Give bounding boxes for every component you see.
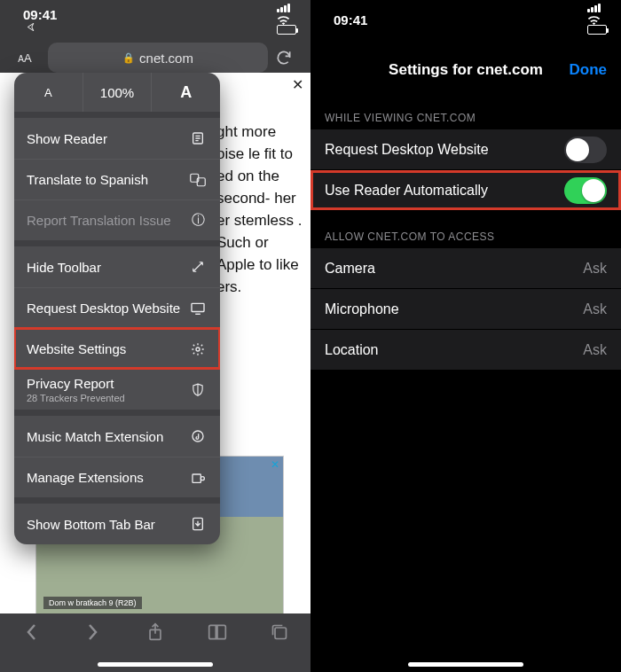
cellular-icon — [277, 4, 290, 12]
row-location[interactable]: Location Ask — [310, 330, 621, 371]
zoom-percent[interactable]: 100% — [83, 85, 152, 100]
back-button[interactable] — [20, 621, 43, 644]
settings-header: Settings for cnet.com Done — [310, 48, 621, 92]
done-button[interactable]: Done — [570, 61, 608, 79]
privacy-subtext: 28 Trackers Prevented — [27, 393, 125, 403]
row-value: Ask — [583, 261, 607, 277]
status-time: 09:41 — [23, 7, 57, 32]
reload-button[interactable] — [275, 49, 302, 66]
row-use-reader-auto[interactable]: Use Reader Automatically — [310, 170, 621, 211]
reader-icon — [188, 129, 208, 148]
status-bar: 09:41 — [310, 0, 621, 39]
music-icon — [188, 426, 208, 446]
puzzle-icon — [188, 468, 208, 488]
row-request-desktop[interactable]: Request Desktop Website — [310, 129, 621, 170]
toggle-request-desktop[interactable] — [564, 137, 607, 163]
menu-website-settings[interactable]: Website Settings — [14, 328, 220, 369]
bottom-bar-icon — [188, 514, 208, 534]
menu-show-reader[interactable]: Show Reader — [14, 118, 220, 159]
website-settings-screenshot: 09:41 Settings for cnet.com Done WHILE V… — [310, 0, 621, 672]
svg-point-7 — [200, 476, 204, 480]
status-bar: 09:41 — [0, 0, 310, 39]
row-label: Camera — [325, 261, 375, 277]
status-icons — [584, 0, 607, 40]
menu-bottom-tab-bar[interactable]: Show Bottom Tab Bar — [14, 504, 220, 544]
ad-caption: Dom w bratkach 9 (R2B) — [43, 597, 142, 609]
status-time: 09:41 — [334, 12, 367, 27]
row-label: Location — [325, 342, 379, 358]
toggle-use-reader[interactable] — [564, 177, 607, 204]
menu-translate[interactable]: Translate to Spanish — [14, 159, 220, 199]
battery-icon — [277, 25, 296, 35]
svg-rect-3 — [192, 303, 204, 311]
menu-privacy-report[interactable]: Privacy Report 28 Trackers Prevented — [14, 369, 220, 410]
row-label: Microphone — [325, 301, 399, 317]
menu-report-translation: Report Translation Issue ⓘ — [14, 199, 220, 240]
wifi-icon — [277, 15, 290, 25]
ad-close-icon[interactable]: ✕ — [271, 458, 279, 471]
aa-popup-menu: A 100% A Show Reader Translate to Spanis… — [14, 73, 220, 544]
home-indicator — [408, 662, 523, 667]
svg-rect-10 — [275, 628, 287, 639]
menu-manage-extensions[interactable]: Manage Extensions — [14, 457, 220, 497]
translate-icon — [188, 170, 208, 190]
info-icon: ⓘ — [188, 211, 208, 231]
lock-icon: 🔒 — [122, 52, 135, 64]
svg-rect-6 — [193, 474, 200, 482]
zoom-in-button[interactable]: A — [152, 83, 220, 102]
close-icon[interactable]: ✕ — [292, 76, 303, 93]
row-value: Ask — [583, 301, 607, 317]
aa-button[interactable]: AA — [9, 51, 41, 65]
row-label: Use Reader Automatically — [325, 183, 488, 199]
menu-music-match-ext[interactable]: Music Match Extension — [14, 416, 220, 457]
section-allow-access: ALLOW CNET.COM TO ACCESS — [310, 211, 621, 248]
row-value: Ask — [583, 342, 607, 358]
zoom-out-button[interactable]: A — [14, 86, 83, 99]
share-button[interactable] — [144, 621, 167, 644]
url-box[interactable]: 🔒 cnet.com — [48, 43, 268, 73]
status-icons — [273, 0, 296, 40]
zoom-row: A 100% A — [14, 73, 220, 112]
row-microphone[interactable]: Microphone Ask — [310, 289, 621, 330]
url-domain: cnet.com — [139, 51, 193, 66]
battery-icon — [587, 25, 607, 35]
svg-point-4 — [196, 348, 200, 351]
cellular-icon — [587, 4, 601, 12]
expand-icon — [188, 257, 208, 277]
safari-aa-menu-screenshot: 09:41 AA 🔒 cnet.com ✕ ght more oise le f… — [0, 0, 310, 672]
row-camera[interactable]: Camera Ask — [310, 248, 621, 289]
shield-icon — [188, 380, 208, 400]
home-indicator — [98, 662, 213, 667]
desktop-icon — [188, 299, 208, 318]
gear-icon — [188, 340, 208, 359]
wifi-icon — [587, 15, 601, 25]
article-text: ght more oise le fit to ed on the second… — [216, 121, 307, 298]
section-while-viewing: WHILE VIEWING CNET.COM — [310, 92, 621, 129]
settings-title: Settings for cnet.com — [389, 61, 543, 79]
forward-button[interactable] — [82, 621, 105, 644]
tabs-button[interactable] — [268, 621, 291, 644]
row-label: Request Desktop Website — [325, 142, 489, 158]
menu-hide-toolbar[interactable]: Hide Toolbar — [14, 246, 220, 287]
bookmarks-button[interactable] — [206, 621, 229, 644]
menu-request-desktop[interactable]: Request Desktop Website — [14, 287, 220, 328]
